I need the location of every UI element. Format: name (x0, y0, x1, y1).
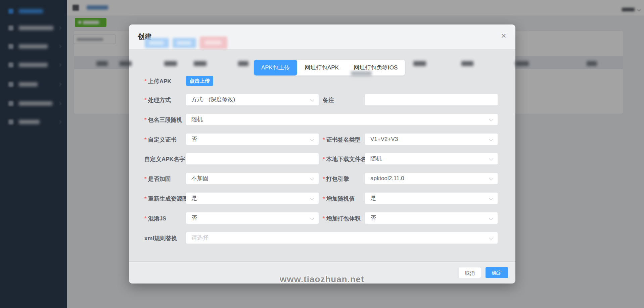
field-label: *处理方式 (144, 96, 171, 104)
chevron-down-icon (310, 176, 314, 181)
required-mark: * (144, 78, 147, 85)
chevron-down-icon (489, 236, 493, 240)
field-value: 随机 (191, 114, 203, 125)
tab-bar: APK包上传网址打包APK网址打包免签IOS (254, 60, 405, 75)
field-label: 备注 (323, 96, 334, 104)
form-row: *混淆JS否*增加打包体积否 (129, 212, 515, 224)
field-label: *上传APK (144, 78, 172, 85)
chevron-down-icon (489, 176, 493, 181)
field-label: *混淆JS (144, 215, 166, 222)
form-row: *重新生成资源图是*增加随机值是 (129, 193, 515, 204)
chevron-down-icon (489, 156, 493, 161)
field-value: apktool2.11.0 (370, 173, 404, 184)
select-field[interactable]: 不加固 (186, 173, 319, 184)
field-label: *是否加固 (144, 175, 171, 183)
field-value: 是 (191, 193, 197, 204)
required-mark: * (144, 215, 147, 222)
select-field[interactable]: 方式一(深度修改) (186, 94, 319, 105)
form-row: *包名三段随机随机 (129, 114, 515, 125)
form-row: *上传APK点击上传 (129, 75, 515, 87)
chevron-down-icon (489, 117, 493, 121)
select-field[interactable]: 请选择 (186, 232, 498, 244)
chevron-down-icon (489, 216, 493, 220)
select-field[interactable]: 是 (186, 193, 319, 204)
field-label: *重新生成资源图 (144, 195, 188, 203)
chevron-down-icon (310, 97, 314, 102)
confirm-button[interactable]: 确定 (486, 267, 508, 278)
field-value: V1+V2+V3 (370, 134, 398, 145)
select-field[interactable]: 否 (365, 212, 498, 224)
select-field[interactable]: 否 (186, 134, 319, 145)
app-root: 创建 ✕ APK包上传网址打包APK网址打包免签IOS *上传APK点击上传*处… (0, 0, 644, 308)
required-mark: * (144, 137, 147, 143)
upload-button[interactable]: 点击上传 (186, 76, 213, 86)
field-value: 不加固 (191, 173, 209, 184)
field-label: *自定义证书 (144, 136, 177, 144)
dialog-title: 创建 (138, 32, 152, 41)
field-label: 自定义APK名字 (144, 155, 185, 163)
select-field[interactable]: apktool2.11.0 (365, 173, 498, 184)
field-label: *包名三段随机 (144, 116, 182, 124)
required-mark: * (144, 196, 147, 202)
required-mark: * (144, 117, 147, 123)
dialog-header: 创建 ✕ (129, 24, 515, 49)
select-field[interactable]: 是 (365, 193, 498, 204)
chevron-down-icon (310, 196, 314, 200)
required-mark: * (323, 196, 325, 202)
required-mark: * (323, 137, 325, 143)
select-field[interactable]: 否 (186, 212, 319, 224)
text-input[interactable] (365, 94, 498, 105)
field-label: *增加随机值 (323, 195, 355, 203)
field-label: *增加打包体积 (323, 215, 361, 222)
chevron-down-icon (489, 196, 493, 200)
field-value: 随机 (370, 153, 382, 164)
field-value: 是 (370, 193, 376, 204)
field-label: *证书签名类型 (323, 136, 361, 144)
text-input[interactable] (186, 153, 319, 164)
field-label: *本地下载文件名 (323, 155, 366, 163)
form-row: *是否加固不加固*打包引擎apktool2.11.0 (129, 173, 515, 184)
required-mark: * (144, 97, 147, 103)
modal-tab[interactable]: APK包上传 (254, 60, 297, 75)
required-mark: * (323, 215, 325, 222)
modal-tab[interactable]: 网址打包APK (297, 60, 346, 75)
chevron-down-icon (310, 137, 314, 141)
form-row: xml规则替换请选择 (129, 232, 515, 244)
select-field[interactable]: V1+V2+V3 (365, 134, 498, 145)
select-field[interactable]: 随机 (186, 114, 498, 125)
chevron-down-icon (489, 137, 493, 141)
field-placeholder: 请选择 (191, 232, 209, 244)
field-label: xml规则替换 (144, 235, 177, 242)
form-row: *自定义证书否*证书签名类型V1+V2+V3 (129, 134, 515, 145)
chevron-down-icon (310, 216, 314, 220)
close-icon[interactable]: ✕ (499, 32, 508, 40)
required-mark: * (144, 176, 147, 182)
required-mark: * (323, 156, 325, 162)
form-row: *处理方式方式一(深度修改)备注 (129, 94, 515, 105)
field-value: 否 (191, 212, 197, 224)
dialog-footer: 取消 确定 (129, 261, 515, 284)
field-label: *打包引擎 (323, 175, 349, 183)
form-row: 自定义APK名字*本地下载文件名随机 (129, 153, 515, 164)
create-dialog: 创建 ✕ APK包上传网址打包APK网址打包免签IOS *上传APK点击上传*处… (129, 24, 515, 284)
modal-tab[interactable]: 网址打包免签IOS (346, 60, 405, 75)
select-field[interactable]: 随机 (365, 153, 498, 164)
cancel-button[interactable]: 取消 (459, 267, 481, 278)
required-mark: * (323, 176, 325, 182)
field-value: 否 (191, 134, 197, 145)
field-value: 方式一(深度修改) (191, 94, 235, 105)
field-value: 否 (370, 212, 376, 224)
